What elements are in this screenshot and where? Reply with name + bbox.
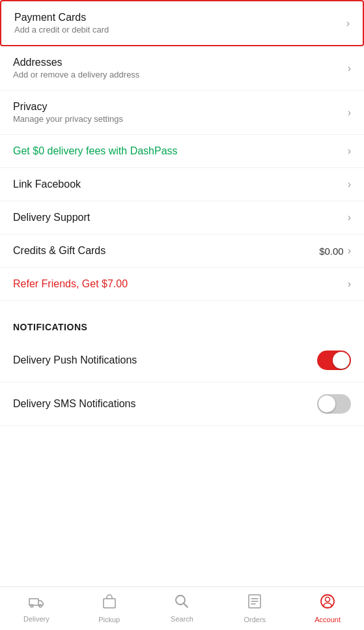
privacy-title: Privacy: [13, 101, 123, 113]
menu-item-payment-cards[interactable]: Payment Cards Add a credit or debit card…: [0, 0, 364, 46]
chevron-icon: ›: [348, 179, 351, 190]
svg-rect-2: [104, 599, 115, 608]
refer-friends-title: Refer Friends, Get $7.00: [13, 278, 128, 290]
toggle-track-on: [317, 351, 351, 370]
credits-value: $0.00: [319, 246, 344, 257]
nav-item-pickup[interactable]: Pickup: [73, 587, 146, 630]
nav-item-delivery[interactable]: Delivery: [0, 587, 73, 630]
addresses-subtitle: Add or remove a delivery address: [13, 70, 139, 79]
account-icon: [320, 594, 335, 613]
menu-item-refer-friends[interactable]: Refer Friends, Get $7.00 ›: [0, 268, 364, 301]
credits-gift-cards-title: Credits & Gift Cards: [13, 245, 105, 257]
chevron-icon: ›: [348, 63, 351, 74]
dashpass-title: Get $0 delivery fees with DashPass: [13, 145, 178, 157]
menu-item-link-facebook[interactable]: Link Facebook ›: [0, 168, 364, 201]
payment-cards-title: Payment Cards: [14, 12, 109, 23]
search-icon: [175, 594, 189, 612]
toggle-row-delivery-sms: Delivery SMS Notifications: [0, 382, 364, 426]
delivery-support-title: Delivery Support: [13, 212, 90, 223]
orders-icon: [247, 594, 262, 613]
chevron-icon: ›: [348, 212, 351, 223]
toggle-thumb: [333, 352, 350, 369]
menu-item-addresses[interactable]: Addresses Add or remove a delivery addre…: [0, 46, 364, 91]
link-facebook-title: Link Facebook: [13, 179, 81, 190]
delivery-icon: [28, 594, 45, 612]
svg-point-10: [326, 597, 330, 602]
addresses-title: Addresses: [13, 57, 139, 68]
delivery-nav-label: Delivery: [23, 615, 49, 623]
nav-item-search[interactable]: Search: [146, 587, 219, 630]
privacy-subtitle: Manage your privacy settings: [13, 114, 123, 124]
svg-point-1: [39, 605, 42, 607]
chevron-icon: ›: [346, 18, 350, 29]
bottom-nav: Delivery Pickup Search: [0, 586, 364, 630]
chevron-icon: ›: [348, 107, 351, 119]
toggle-thumb: [318, 395, 335, 412]
menu-item-delivery-support[interactable]: Delivery Support ›: [0, 201, 364, 235]
payment-cards-subtitle: Add a credit or debit card: [14, 25, 109, 35]
main-content: Payment Cards Add a credit or debit card…: [0, 0, 364, 470]
chevron-icon: ›: [348, 145, 351, 157]
search-nav-label: Search: [171, 615, 193, 623]
menu-list: Payment Cards Add a credit or debit card…: [0, 0, 364, 301]
chevron-icon: ›: [348, 245, 351, 257]
delivery-sms-label: Delivery SMS Notifications: [13, 398, 136, 410]
delivery-push-toggle[interactable]: [317, 351, 351, 370]
nav-item-account[interactable]: Account: [291, 587, 364, 630]
svg-line-4: [184, 604, 188, 608]
chevron-icon: ›: [348, 278, 351, 290]
toggle-row-delivery-push: Delivery Push Notifications: [0, 339, 364, 382]
delivery-sms-toggle[interactable]: [317, 394, 351, 414]
pickup-nav-label: Pickup: [98, 616, 120, 623]
svg-point-0: [31, 605, 33, 607]
toggle-track-off: [317, 394, 351, 414]
notifications-section: NOTIFICATIONS Delivery Push Notification…: [0, 306, 364, 426]
account-nav-label: Account: [315, 616, 341, 623]
menu-item-credits-gift-cards[interactable]: Credits & Gift Cards $0.00 ›: [0, 235, 364, 268]
menu-item-dashpass[interactable]: Get $0 delivery fees with DashPass ›: [0, 135, 364, 168]
pickup-icon: [102, 594, 117, 613]
nav-item-orders[interactable]: Orders: [218, 587, 291, 630]
delivery-push-label: Delivery Push Notifications: [13, 354, 137, 366]
notifications-header: NOTIFICATIONS: [0, 306, 364, 339]
menu-item-privacy[interactable]: Privacy Manage your privacy settings ›: [0, 91, 364, 135]
orders-nav-label: Orders: [244, 616, 266, 623]
